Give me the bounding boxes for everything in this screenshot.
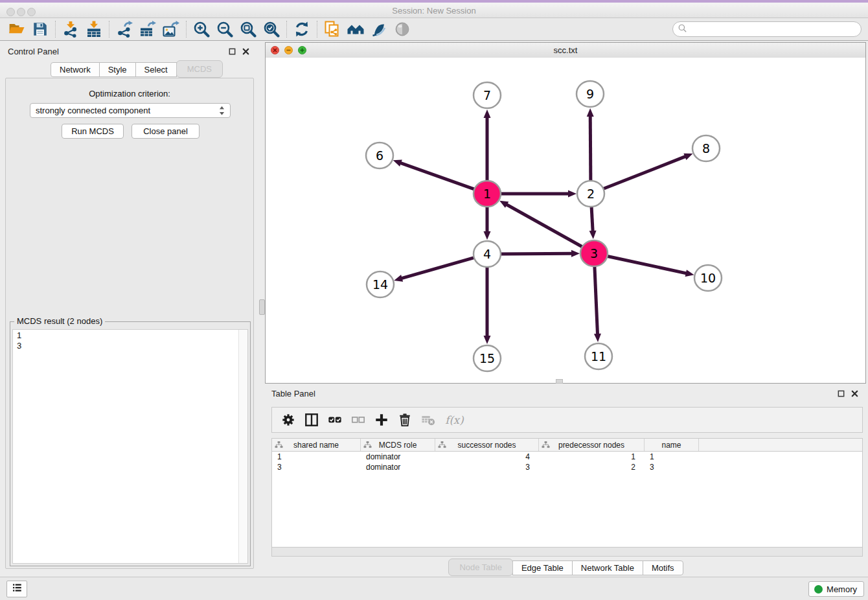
node-label-7: 7 bbox=[483, 88, 491, 102]
toolbar-separator bbox=[109, 21, 109, 38]
table-cell[interactable]: 2 bbox=[539, 463, 645, 472]
close-panel-button[interactable]: Close panel bbox=[131, 124, 200, 139]
list-icon bbox=[11, 582, 23, 596]
tab-motifs[interactable]: Motifs bbox=[643, 560, 683, 575]
zoom-in-button[interactable] bbox=[190, 19, 213, 39]
settings-button[interactable] bbox=[281, 412, 295, 428]
column-header-successor-nodes[interactable]: successor nodes bbox=[435, 439, 539, 451]
edge-3-10[interactable] bbox=[606, 256, 687, 273]
table-panel: Table Panel f(x) shared nameMCDS rolesuc… bbox=[265, 386, 867, 575]
float-panel-icon[interactable] bbox=[228, 47, 236, 58]
import-table-button[interactable] bbox=[82, 19, 106, 39]
sphere-button[interactable] bbox=[391, 19, 414, 39]
table-cell[interactable]: 3 bbox=[272, 463, 361, 472]
search-input[interactable] bbox=[687, 23, 861, 36]
tab-node-table[interactable]: Node Table bbox=[448, 559, 513, 576]
delete-table-button[interactable] bbox=[421, 412, 435, 428]
edge-arrowhead bbox=[571, 250, 580, 257]
table-cell[interactable]: dominator bbox=[361, 463, 435, 472]
close-table-panel-icon[interactable] bbox=[851, 389, 859, 400]
tab-select[interactable]: Select bbox=[135, 62, 177, 77]
table-cell[interactable]: 1 bbox=[272, 452, 361, 461]
table-hscrollbar[interactable] bbox=[271, 548, 863, 557]
column-header-MCDS-role[interactable]: MCDS role bbox=[361, 439, 435, 451]
edge-arrowhead bbox=[484, 336, 491, 344]
column-header-shared-name[interactable]: shared name bbox=[272, 439, 361, 451]
table-tabs: Node TableEdge TableNetwork TableMotifs bbox=[265, 560, 867, 576]
visibility-button[interactable] bbox=[367, 19, 391, 39]
network-window-titlebar[interactable]: scc.txt bbox=[266, 43, 865, 58]
clone-network-button[interactable] bbox=[321, 19, 344, 39]
table-row[interactable]: 1dominator411 bbox=[272, 452, 862, 462]
result-scrollbar[interactable] bbox=[238, 330, 247, 563]
column-header-predecessor-nodes[interactable]: predecessor nodes bbox=[539, 439, 645, 451]
table-cell[interactable]: 3 bbox=[645, 463, 699, 472]
edge-4-14[interactable] bbox=[402, 257, 475, 278]
criterion-value: strongly connected component bbox=[36, 106, 150, 115]
close-panel-icon[interactable] bbox=[242, 47, 250, 58]
edge-1-6[interactable] bbox=[400, 163, 475, 189]
edge-arrowhead bbox=[568, 190, 577, 198]
table-row[interactable]: 3dominator323 bbox=[272, 462, 862, 472]
network-resize-grip[interactable] bbox=[556, 379, 563, 384]
zoom-selected-button[interactable] bbox=[260, 19, 283, 39]
table-cell[interactable]: 4 bbox=[435, 452, 539, 461]
tab-style[interactable]: Style bbox=[99, 62, 136, 77]
add-row-button[interactable] bbox=[374, 412, 389, 428]
splitter-grip[interactable] bbox=[259, 299, 265, 315]
task-history-button[interactable] bbox=[6, 581, 27, 597]
save-session-button[interactable] bbox=[29, 19, 52, 39]
export-network-button[interactable] bbox=[113, 19, 136, 39]
deselect-all-rows-button[interactable] bbox=[351, 412, 365, 428]
export-image-button[interactable] bbox=[159, 19, 183, 39]
control-panel: Control Panel NetworkStyleSelectMCDS Opt… bbox=[0, 41, 259, 577]
network-canvas[interactable]: 7968124314101511 bbox=[266, 58, 865, 383]
split-view-button[interactable] bbox=[304, 412, 319, 428]
zoom-fit-button[interactable] bbox=[236, 19, 260, 39]
column-tree-icon bbox=[542, 441, 550, 449]
float-table-panel-icon[interactable] bbox=[837, 389, 845, 400]
dropdown-spinner-icon bbox=[219, 106, 225, 115]
tab-network-table[interactable]: Network Table bbox=[572, 560, 643, 575]
mcds-result-list[interactable]: 13 bbox=[12, 329, 248, 564]
result-item[interactable]: 3 bbox=[13, 340, 247, 351]
mcds-result-groupbox: MCDS result (2 nodes) 13 bbox=[10, 321, 251, 566]
table-cell[interactable]: dominator bbox=[361, 452, 435, 461]
run-mcds-button[interactable]: Run MCDS bbox=[62, 124, 124, 139]
table-cell[interactable]: 1 bbox=[539, 452, 645, 461]
edge-4-3[interactable] bbox=[499, 253, 572, 254]
delete-row-button[interactable] bbox=[398, 412, 412, 428]
edge-arrowhead bbox=[393, 160, 402, 167]
tab-edge-table[interactable]: Edge Table bbox=[512, 560, 573, 575]
open-file-button[interactable] bbox=[5, 19, 29, 39]
toolbar-separator bbox=[317, 21, 317, 38]
column-header-name[interactable]: name bbox=[645, 439, 699, 451]
apply-function-button[interactable]: f(x) bbox=[444, 412, 465, 428]
panel-splitter[interactable] bbox=[258, 41, 265, 577]
memory-button[interactable]: Memory bbox=[808, 581, 864, 597]
criterion-dropdown[interactable]: strongly connected component bbox=[30, 103, 231, 118]
edge-3-1[interactable] bbox=[507, 205, 584, 248]
select-all-rows-button[interactable] bbox=[328, 412, 342, 428]
table-cell[interactable]: 3 bbox=[435, 463, 539, 472]
home-button[interactable] bbox=[344, 19, 367, 39]
import-network-button[interactable] bbox=[59, 19, 82, 39]
search-box[interactable] bbox=[672, 21, 862, 37]
tab-mcds[interactable]: MCDS bbox=[176, 60, 223, 78]
edge-2-8[interactable] bbox=[602, 156, 686, 189]
edge-2-9[interactable] bbox=[590, 116, 591, 181]
result-item[interactable]: 1 bbox=[13, 330, 247, 340]
edge-2-3[interactable] bbox=[591, 206, 593, 231]
table-cell[interactable]: 1 bbox=[645, 452, 699, 461]
refresh-view-button[interactable] bbox=[290, 19, 314, 39]
memory-label: Memory bbox=[827, 584, 857, 594]
export-table-button[interactable] bbox=[136, 19, 159, 39]
node-label-1: 1 bbox=[483, 187, 491, 201]
zoom-out-button[interactable] bbox=[213, 19, 236, 39]
edge-arrowhead bbox=[484, 110, 491, 118]
node-label-4: 4 bbox=[483, 247, 491, 261]
tab-network[interactable]: Network bbox=[51, 62, 100, 77]
search-icon bbox=[678, 23, 687, 36]
network-graph[interactable]: 7968124314101511 bbox=[266, 58, 865, 383]
edge-3-11[interactable] bbox=[595, 266, 598, 334]
